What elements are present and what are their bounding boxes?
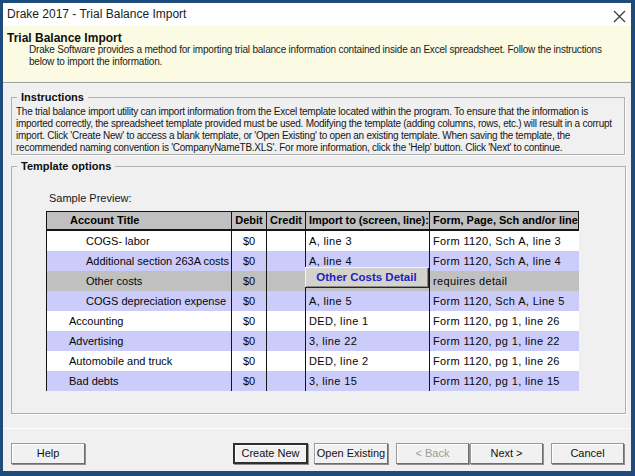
header-banner: Trial Balance Import Drake Software prov…: [3, 26, 631, 81]
cell-account-title: COGS depreciation expense: [47, 291, 231, 311]
open-existing-button[interactable]: Open Existing: [314, 443, 388, 464]
banner-description: Drake Software provides a method for imp…: [29, 44, 602, 68]
title-bar: Drake 2017 - Trial Balance Import: [3, 3, 631, 26]
table-row[interactable]: COGS- labor $0 A, line 3 Form 1120, Sch …: [46, 231, 579, 251]
cell-debit: $0: [231, 271, 266, 291]
cell-debit: $0: [231, 291, 266, 311]
cell-credit: [266, 291, 305, 311]
cell-account-title: COGS- labor: [47, 231, 231, 251]
cell-form-page: Form 1120, pg 1, line 15: [429, 371, 579, 391]
cell-credit: [266, 331, 305, 351]
cell-account-title: Advertising: [47, 331, 231, 351]
sample-preview-label: Sample Preview:: [49, 192, 132, 204]
banner-heading: Trial Balance Import: [7, 31, 122, 45]
cell-account-title: Bad debts: [47, 371, 231, 391]
column-header-import-to: Import to (screen, line):: [305, 212, 429, 229]
cell-account-title: Automobile and truck: [47, 351, 231, 371]
cell-credit: [266, 351, 305, 371]
cell-form-page: requires detail: [429, 271, 579, 291]
table-body: COGS- labor $0 A, line 3 Form 1120, Sch …: [46, 231, 579, 391]
cancel-button[interactable]: Cancel: [551, 443, 624, 464]
close-icon: [613, 10, 626, 23]
cell-debit: $0: [231, 351, 266, 371]
cell-credit: [266, 251, 305, 271]
banner-separator: [3, 82, 631, 83]
cell-import-to: 3, line 15: [305, 371, 429, 391]
cell-debit: $0: [231, 311, 266, 331]
cell-form-page: Form 1120, pg 1, line 26: [429, 311, 579, 331]
cell-debit: $0: [231, 251, 266, 271]
cell-form-page: Form 1120, Sch A, line 3: [429, 231, 579, 251]
table-row[interactable]: COGS depreciation expense $0 A, line 5 F…: [46, 291, 579, 311]
cell-account-title: Accounting: [47, 311, 231, 331]
instructions-label: Instructions: [17, 91, 88, 103]
table-row[interactable]: Advertising $0 3, line 22 Form 1120, pg …: [46, 331, 579, 351]
cell-debit: $0: [231, 231, 266, 251]
sample-preview-table: Account Title Debit Credit Import to (sc…: [46, 211, 579, 391]
cell-debit: $0: [231, 371, 266, 391]
close-button[interactable]: [610, 7, 628, 25]
screen: Drake 2017 - Trial Balance Import Trial …: [0, 0, 635, 476]
cell-import-to: DED, line 1: [305, 311, 429, 331]
cell-credit: [266, 231, 305, 251]
button-area-separator: [4, 428, 631, 429]
cell-account-title: Additional section 263A costs: [47, 251, 231, 271]
cell-import-to: A, line 5: [305, 291, 429, 311]
cell-form-page: Form 1120, Sch A, line 4: [429, 251, 579, 271]
cell-form-page: Form 1120, pg 1, line 22: [429, 331, 579, 351]
cell-import-to: 3, line 22: [305, 331, 429, 351]
column-header-debit: Debit: [231, 212, 266, 229]
column-header-form-page: Form, Page, Sch and/or line: [429, 212, 579, 229]
cell-credit: [266, 271, 305, 291]
cell-form-page: Form 1120, pg 1, line 26: [429, 351, 579, 371]
help-button[interactable]: Help: [11, 443, 85, 464]
dialog-window: Drake 2017 - Trial Balance Import Trial …: [0, 0, 635, 476]
cell-form-page: Form 1120, Sch A, Line 5: [429, 291, 579, 311]
window-title: Drake 2017 - Trial Balance Import: [7, 3, 186, 26]
cell-debit: $0: [231, 331, 266, 351]
table-header-row: Account Title Debit Credit Import to (sc…: [46, 211, 579, 231]
table-row[interactable]: Bad debts $0 3, line 15 Form 1120, pg 1,…: [46, 371, 579, 391]
cell-credit: [266, 311, 305, 331]
column-header-account-title: Account Title: [47, 212, 231, 229]
back-button[interactable]: < Back: [396, 443, 469, 464]
template-options-label: Template options: [17, 160, 115, 172]
instructions-text: The trial balance import utility can imp…: [16, 106, 612, 154]
table-row[interactable]: Automobile and truck $0 DED, line 2 Form…: [46, 351, 579, 371]
next-button[interactable]: Next >: [470, 443, 543, 464]
cell-import-to: DED, line 2: [305, 351, 429, 371]
cell-import-to: A, line 3: [305, 231, 429, 251]
cell-account-title: Other costs: [47, 271, 231, 291]
create-new-button[interactable]: Create New: [233, 443, 308, 464]
column-header-credit: Credit: [266, 212, 305, 229]
cell-credit: [266, 371, 305, 391]
table-row[interactable]: Accounting $0 DED, line 1 Form 1120, pg …: [46, 311, 579, 331]
other-costs-detail-button[interactable]: Other Costs Detail: [305, 267, 428, 287]
